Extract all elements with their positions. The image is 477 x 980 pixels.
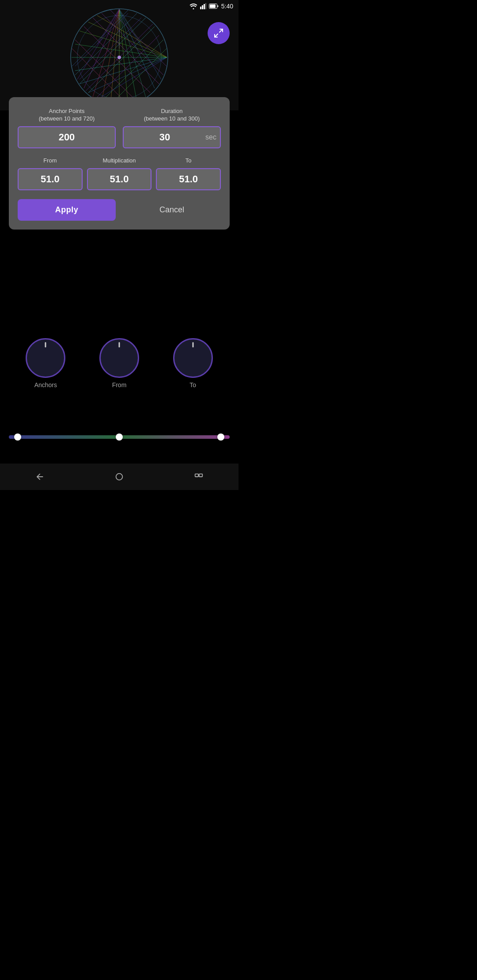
knob-anchors-indicator	[45, 342, 46, 347]
cancel-button[interactable]: Cancel	[123, 199, 221, 221]
svg-rect-3	[204, 4, 205, 9]
visualization-area	[0, 0, 238, 110]
knob-from[interactable]	[99, 338, 139, 378]
duration-wrapper: sec	[123, 126, 221, 148]
expand-button[interactable]	[208, 22, 230, 44]
anchor-points-group: Anchor Points (between 10 and 720)	[18, 108, 116, 148]
slider-dot-2	[116, 433, 123, 441]
nav-bar	[0, 464, 238, 490]
nav-home-button[interactable]	[110, 467, 129, 486]
svg-rect-54	[199, 474, 202, 477]
knob-anchors-container: Anchors	[26, 338, 65, 388]
svg-rect-6	[210, 4, 216, 8]
buttons-row: Apply Cancel	[18, 199, 221, 221]
svg-point-49	[117, 56, 121, 59]
svg-point-52	[116, 474, 123, 480]
knob-to[interactable]	[173, 338, 213, 378]
recents-icon	[194, 472, 204, 482]
dialog-row-1: Anchor Points (between 10 and 720) Durat…	[18, 108, 221, 148]
apply-button[interactable]: Apply	[18, 199, 116, 221]
to-label: To	[186, 157, 192, 165]
knob-to-label: To	[189, 381, 196, 388]
knob-to-indicator	[192, 342, 193, 347]
svg-rect-2	[202, 5, 203, 9]
knob-from-label: From	[112, 381, 127, 388]
svg-rect-4	[205, 3, 206, 9]
from-label: From	[43, 157, 57, 165]
knob-anchors-label: Anchors	[34, 381, 57, 388]
from-group: From	[18, 157, 83, 190]
status-bar: 5:40	[0, 0, 238, 12]
time-display: 5:40	[221, 3, 233, 10]
to-input[interactable]	[156, 168, 221, 190]
multiplication-label: Multiplication	[102, 157, 136, 165]
nav-back-button[interactable]	[30, 467, 49, 486]
duration-group: Duration (between 10 and 300) sec	[123, 108, 221, 148]
knob-to-container: To	[173, 338, 213, 388]
duration-input[interactable]	[123, 126, 221, 148]
home-icon	[114, 472, 124, 482]
svg-line-50	[220, 29, 223, 32]
anchor-points-input[interactable]	[18, 126, 116, 148]
multiplication-input[interactable]	[87, 168, 152, 190]
slider-dot-1	[14, 433, 21, 441]
nav-recents-button[interactable]	[189, 467, 208, 486]
expand-icon	[213, 28, 224, 38]
battery-icon	[209, 4, 219, 9]
to-group: To	[156, 157, 221, 190]
color-slider-area[interactable]	[0, 430, 238, 444]
anchor-points-label: Anchor Points (between 10 and 720)	[39, 108, 95, 123]
knob-anchors[interactable]	[26, 338, 65, 378]
back-icon	[35, 472, 45, 482]
duration-label: Duration (between 10 and 300)	[144, 108, 200, 123]
knob-from-container: From	[99, 338, 139, 388]
svg-rect-1	[200, 7, 201, 9]
status-bar-right: 5:40	[189, 3, 233, 10]
slider-dot-3	[217, 433, 224, 441]
svg-rect-53	[195, 474, 198, 477]
signal-icon	[200, 3, 206, 9]
settings-dialog: Anchor Points (between 10 and 720) Durat…	[9, 97, 230, 230]
knob-from-indicator	[118, 342, 120, 347]
from-input[interactable]	[18, 168, 83, 190]
svg-point-0	[193, 8, 194, 10]
visualization-svg	[0, 0, 238, 110]
multiplication-group: Multiplication	[87, 157, 152, 190]
knobs-area: Anchors From To	[0, 338, 238, 388]
color-slider[interactable]	[9, 435, 230, 439]
dialog-row-2: From Multiplication To	[18, 157, 221, 190]
wifi-icon	[189, 3, 197, 9]
svg-line-51	[215, 34, 218, 37]
